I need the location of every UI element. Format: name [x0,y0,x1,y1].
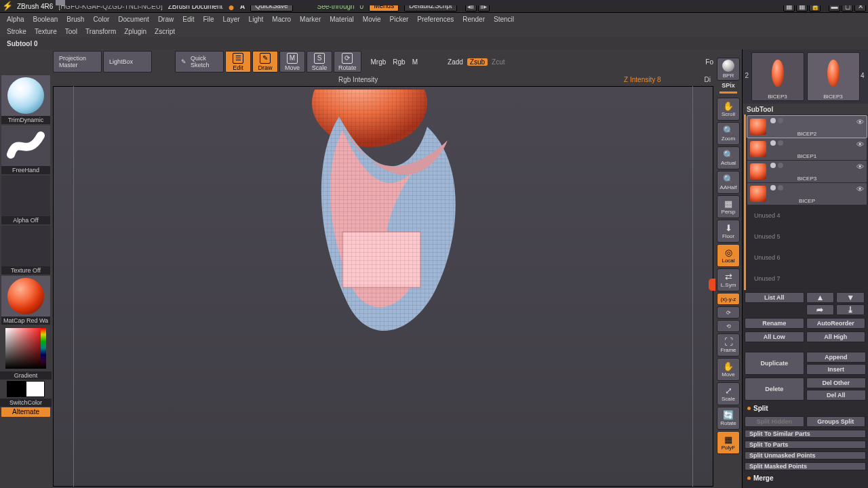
eye-icon[interactable]: 👁 [856,140,864,148]
zcut-button[interactable]: Zcut [492,58,505,66]
menu-edit[interactable]: Edit [182,16,194,23]
delete-button[interactable]: Delete [745,378,804,401]
menu-material[interactable]: Material [330,16,354,23]
menu-transform[interactable]: Transform [85,28,116,35]
eye-icon[interactable]: 👁 [856,118,864,126]
projection-master-button[interactable]: Projection Master [53,51,102,73]
menu-movie[interactable]: Movie [363,16,381,23]
end-button[interactable]: ⤓ [836,304,865,315]
hue-bar[interactable] [41,328,46,369]
subtool-row[interactable]: 👁BICEP3 [747,161,867,182]
move-button[interactable]: MMove [279,51,305,73]
draw-button[interactable]: ✎Draw [252,51,278,73]
menu-picker[interactable]: Picker [389,16,408,23]
xyz-button[interactable]: (x)-y-z [717,293,740,305]
subtool-row[interactable]: 👁BICEP [747,183,867,205]
menu-zplugin[interactable]: Zplugin [124,28,146,35]
insert-button[interactable]: Insert [806,364,867,375]
menu-light[interactable]: Light [249,16,264,23]
local-button[interactable]: ◎Local [717,244,740,267]
alpha-swatch[interactable]: Alpha Off [1,176,50,224]
menu-macro[interactable]: Macro [272,16,291,23]
edit-button[interactable]: ☰Edit [225,51,251,73]
black-swatch[interactable] [7,381,26,397]
m-button[interactable]: M [412,58,418,66]
splitmasked-button[interactable]: Split Masked Points [745,462,866,470]
lsym-button[interactable]: ⇄L.Sym [717,268,740,291]
z-intensity-label[interactable]: Z Intensity 8 [624,76,660,83]
menu-alpha[interactable]: Alpha [7,16,24,23]
menu-color[interactable]: Color [93,16,109,23]
menu-layer[interactable]: Layer [223,16,240,23]
allhigh-button[interactable]: All High [806,331,866,342]
material-swatch[interactable]: MatCap Red Wa [1,276,50,325]
delall-button[interactable]: Del All [806,390,867,401]
texture-swatch[interactable]: Texture Off [1,226,50,274]
splitparts-button[interactable]: Split To Parts [745,441,866,449]
lightbox-button[interactable]: LightBox [103,51,152,73]
up-button[interactable]: ▲ [806,292,835,303]
viewport[interactable] [53,86,713,487]
move-view-button[interactable]: ✋Move [717,358,740,381]
rgb-button[interactable]: Rgb [393,58,405,66]
mrgb-button[interactable]: Mrgb [371,58,387,66]
append-button[interactable]: Append [806,352,867,363]
menu-stroke[interactable]: Stroke [7,28,26,35]
brush-swatch[interactable]: TrimDynamic [1,75,50,124]
thumb-cell-2[interactable]: shouldar 4 BICEP3 [807,52,860,101]
split-section[interactable]: Split [745,403,866,413]
zoom-button[interactable]: 🔍Zoom [717,122,740,145]
menu-tool[interactable]: Tool [65,28,77,35]
scroll-button[interactable]: ✋Scroll [717,98,740,121]
stroke-swatch[interactable]: FreeHand [1,125,50,174]
alllow-button[interactable]: All Low [745,331,804,342]
menu-stencil[interactable]: Stencil [494,16,514,23]
menu-brush[interactable]: Brush [66,16,84,23]
color-switch[interactable] [0,381,52,397]
menu-zscript[interactable]: Zscript [155,28,175,35]
subtool-row[interactable]: 👁BICEP2 [747,116,867,138]
menu-document[interactable]: Document [118,16,149,23]
zsub-button[interactable]: Zsub [467,58,488,66]
menu-file[interactable]: File [203,16,214,23]
edge-handle-icon[interactable] [709,279,715,291]
zadd-button[interactable]: Zadd [448,58,463,66]
fwd-button[interactable]: ➦ [806,304,835,315]
white-swatch[interactable] [26,381,45,397]
menu-render[interactable]: Render [462,16,485,23]
floor-button[interactable]: ⬇Floor [717,220,740,243]
bpr-button[interactable]: BPR [717,58,740,81]
subtool-row[interactable]: 👁BICEP1 [747,138,867,160]
menu-texture[interactable]: Texture [35,28,57,35]
rename-button[interactable]: Rename [745,318,804,329]
rot-b-button[interactable]: ⟲ [717,320,740,332]
actual-button[interactable]: 🔍Actual [717,146,740,169]
spix-slider[interactable] [719,92,737,94]
rot-a-button[interactable]: ⟳ [717,306,740,319]
eye-icon[interactable]: 👁 [856,185,864,193]
autoreorder-button[interactable]: AutoReorder [806,318,866,329]
scale-button[interactable]: SScale [307,51,332,73]
splitsimilar-button[interactable]: Split To Similar Parts [745,430,866,438]
duplicate-button[interactable]: Duplicate [745,352,804,375]
scale-view-button[interactable]: ⤢Scale [717,382,740,405]
menu-draw[interactable]: Draw [158,16,174,23]
persp-button[interactable]: ▦Persp [717,195,740,218]
panel-header[interactable]: SubTool [743,104,868,115]
quicksketch-button[interactable]: ✎Quick Sketch [175,51,224,73]
menu-marker[interactable]: Marker [300,16,321,23]
rgb-intensity-label[interactable]: Rgb Intensity [338,76,378,83]
alternate-button[interactable]: Alternate [1,407,50,417]
groupssplit-button[interactable]: Groups Split [806,416,866,427]
eye-icon[interactable]: 👁 [856,163,864,171]
timeline-scrub[interactable] [56,0,868,5]
frame-button[interactable]: ⛶Frame [717,333,740,357]
delother-button[interactable]: Del Other [806,378,867,388]
polyf-button[interactable]: ▦PolyF [717,431,740,454]
thumb-cell-1[interactable]: shouldar 2 BICEP3 [751,52,804,101]
merge-section[interactable]: Merge [745,473,866,483]
splitunmasked-button[interactable]: Split Unmasked Points [745,451,866,460]
splithidden-button[interactable]: Split Hidden [745,416,804,427]
menu-boolean[interactable]: Boolean [33,16,58,23]
rotate-button[interactable]: ⟳Rotate [334,51,361,73]
